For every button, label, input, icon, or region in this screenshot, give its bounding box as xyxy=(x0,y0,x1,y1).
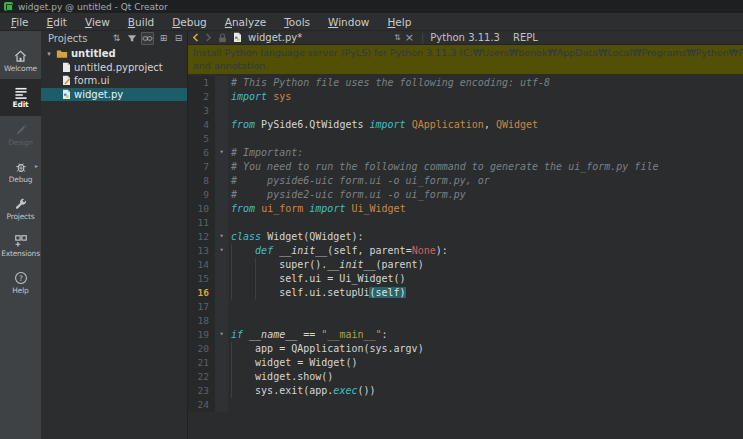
code-line-24[interactable]: 24 xyxy=(188,398,743,412)
fold-marker-icon[interactable]: ▾ xyxy=(215,230,228,244)
line-number: 17 xyxy=(188,300,215,314)
file-icon xyxy=(62,62,71,73)
code-text: from ui_form import Ui_Widget xyxy=(228,202,743,216)
submenu-arrow-icon: ▸ xyxy=(35,162,38,169)
code-line-19[interactable]: 19▾if __name__ == "__main__": xyxy=(188,328,743,342)
collapse-icon[interactable]: ⊟ xyxy=(173,32,184,45)
menu-window[interactable]: Window xyxy=(319,16,378,28)
code-line-8[interactable]: 8# pyside6-uic form.ui -o ui_form.py, or xyxy=(188,174,743,188)
code-line-4[interactable]: 4from PySide6.QtWidgets import QApplicat… xyxy=(188,118,743,132)
sidebar-item-welcome[interactable]: Welcome xyxy=(0,42,41,79)
menu-edit[interactable]: Edit xyxy=(38,16,76,28)
code-line-13[interactable]: 13▾ def __init__(self, parent=None): xyxy=(188,244,743,258)
menu-debug[interactable]: Debug xyxy=(163,16,216,28)
line-number: 4 xyxy=(188,118,215,132)
sidebar-item-projects[interactable]: Projects xyxy=(0,190,41,227)
menu-view[interactable]: View xyxy=(76,16,119,28)
code-text: app = QApplication(sys.argv) xyxy=(228,342,743,356)
code-line-1[interactable]: 1# This Python file uses the following e… xyxy=(188,76,743,90)
tree-item-untitled-pyproject[interactable]: untitled.pyproject xyxy=(41,61,187,75)
separator: | xyxy=(421,32,424,43)
line-number: 12 xyxy=(188,230,215,244)
code-line-15[interactable]: 15 self.ui = Ui_Widget() xyxy=(188,272,743,286)
sidebar-item-edit[interactable]: Edit xyxy=(0,79,41,116)
code-line-3[interactable]: 3 xyxy=(188,104,743,118)
code-line-11[interactable]: 11 xyxy=(188,216,743,230)
code-line-18[interactable]: 18 xyxy=(188,314,743,328)
menu-tools[interactable]: Tools xyxy=(275,16,319,28)
menu-build[interactable]: Build xyxy=(119,16,163,28)
dropdown-icon[interactable]: ⇅ xyxy=(394,33,401,42)
sidebar-item-label: Edit xyxy=(13,100,29,109)
code-area[interactable]: 1# This Python file uses the following e… xyxy=(188,74,743,439)
split-icon[interactable]: ⊞ xyxy=(158,32,169,45)
tree-item-form-ui[interactable]: form.ui xyxy=(41,74,187,88)
code-line-14[interactable]: 14 super().__init__(parent) xyxy=(188,258,743,272)
fold-marker-icon[interactable]: ▾ xyxy=(215,146,228,160)
tree-item-widget-py[interactable]: widget.py xyxy=(41,88,187,102)
expand-arrow-icon[interactable]: ▾ xyxy=(45,50,53,58)
sidebar-item-help[interactable]: ?Help xyxy=(0,264,41,301)
help-icon: ? xyxy=(14,271,28,285)
menu-help[interactable]: Help xyxy=(378,16,420,28)
code-line-10[interactable]: 10from ui_form import Ui_Widget xyxy=(188,202,743,216)
line-number: 3 xyxy=(188,104,215,118)
line-number: 7 xyxy=(188,160,215,174)
code-line-22[interactable]: 22 widget.show() xyxy=(188,370,743,384)
code-text: # Important: xyxy=(228,146,743,160)
extensions-icon xyxy=(14,234,28,248)
forward-icon[interactable] xyxy=(205,33,212,42)
lock-icon xyxy=(218,33,227,43)
document-tab[interactable]: widget.py* xyxy=(192,32,394,43)
line-number: 13 xyxy=(188,244,215,258)
code-line-21[interactable]: 21 widget = Widget() xyxy=(188,356,743,370)
code-line-7[interactable]: 7# You need to run the following command… xyxy=(188,160,743,174)
code-text: self.ui.setupUi(self) xyxy=(228,286,743,300)
fold-column xyxy=(215,342,228,356)
code-line-16[interactable]: 16 self.ui.setupUi(self) xyxy=(188,286,743,300)
close-icon[interactable]: × xyxy=(405,33,414,43)
projects-panel: Projects ⇅ ⊞ ⊟ ▾untitleduntitled.pyproje… xyxy=(41,31,188,439)
fold-column xyxy=(215,286,228,300)
filter-icon[interactable] xyxy=(126,32,137,45)
code-line-12[interactable]: 12▾class Widget(QWidget): xyxy=(188,230,743,244)
code-text: # You need to run the following command … xyxy=(228,160,743,174)
python-version-selector[interactable]: Python 3.11.3 xyxy=(430,32,500,43)
sidebar-item-extensions[interactable]: Extensions xyxy=(0,227,41,264)
code-line-23[interactable]: 23 sys.exit(app.exec()) xyxy=(188,384,743,398)
code-line-6[interactable]: 6▾# Important: xyxy=(188,146,743,160)
infobar-pyls[interactable]: Install Python language server (PyLS) fo… xyxy=(188,45,743,74)
code-line-20[interactable]: 20 app = QApplication(sys.argv) xyxy=(188,342,743,356)
line-number: 5 xyxy=(188,132,215,146)
code-line-17[interactable]: 17 xyxy=(188,300,743,314)
title-bar[interactable]: widget.py @ untitled - Qt Creator xyxy=(0,0,743,13)
code-text: # pyside2-uic form.ui -o ui_form.py xyxy=(228,188,743,202)
fold-column xyxy=(215,118,228,132)
code-text xyxy=(228,300,743,314)
code-line-2[interactable]: 2import sys xyxy=(188,90,743,104)
code-line-5[interactable]: 5 xyxy=(188,132,743,146)
fold-column xyxy=(215,258,228,272)
line-number: 10 xyxy=(188,202,215,216)
editor-tab-bar: widget.py* ⇅ × | Python 3.11.3 REPL xyxy=(188,31,743,45)
fold-marker-icon[interactable]: ▾ xyxy=(215,244,228,258)
sidebar-item-debug[interactable]: Debug▸ xyxy=(0,153,41,190)
tree-item-untitled[interactable]: ▾untitled xyxy=(41,47,187,61)
code-line-9[interactable]: 9# pyside2-uic form.ui -o ui_form.py xyxy=(188,188,743,202)
line-number: 2 xyxy=(188,90,215,104)
repl-button[interactable]: REPL xyxy=(513,32,538,43)
tab-title[interactable]: widget.py* xyxy=(248,32,302,43)
fold-marker-icon[interactable]: ▾ xyxy=(215,328,228,342)
sort-icon[interactable]: ⇅ xyxy=(111,32,122,45)
code-text: sys.exit(app.exec()) xyxy=(228,384,743,398)
wrench-icon xyxy=(14,197,28,211)
fold-column xyxy=(215,174,228,188)
code-text: # This Python file uses the following en… xyxy=(228,76,743,90)
fold-column xyxy=(215,356,228,370)
menu-file[interactable]: File xyxy=(2,16,38,28)
infobar-line2: and annotation. xyxy=(193,59,743,72)
back-icon[interactable] xyxy=(192,33,199,42)
fold-column xyxy=(215,132,228,146)
link-icon[interactable] xyxy=(141,32,154,45)
menu-analyze[interactable]: Analyze xyxy=(216,16,275,28)
